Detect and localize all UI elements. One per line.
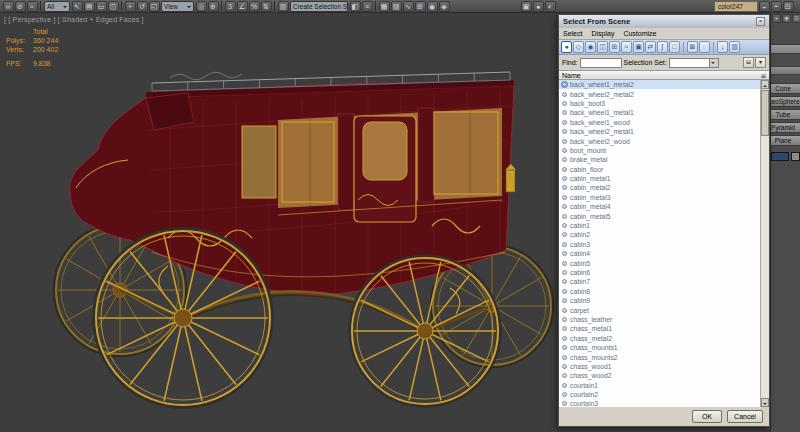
percent-snap-toggle-icon[interactable]: % <box>249 1 260 12</box>
column-chooser-icon[interactable]: ▥ <box>729 41 740 53</box>
hierarchy-tab-icon[interactable]: ⊙ <box>792 14 800 23</box>
list-scrollbar[interactable] <box>760 80 769 407</box>
scroll-up-icon[interactable] <box>761 80 769 89</box>
schematic-view-icon[interactable]: ⊞ <box>415 1 426 12</box>
render-iterative-icon[interactable]: ◐ <box>545 1 556 12</box>
render-production-icon[interactable]: ● <box>533 1 544 12</box>
edit-named-selection-sets-icon[interactable]: ▥ <box>278 1 289 12</box>
list-item[interactable]: cabin_metal1 <box>559 174 760 183</box>
sort-order-icon[interactable]: ↓ <box>717 41 728 53</box>
graphite-modeling-ribbon-icon[interactable]: ▨ <box>391 1 402 12</box>
layer-manager-icon[interactable]: ▦ <box>379 1 390 12</box>
selection-set-dropdown[interactable] <box>669 58 719 68</box>
object-type-cone-button[interactable]: Cone <box>770 83 800 94</box>
scroll-thumb[interactable] <box>761 90 769 136</box>
display-helpers-icon[interactable]: ⊞ <box>609 41 620 53</box>
menu-display[interactable]: Display <box>591 30 614 37</box>
rectangular-selection-region-icon[interactable]: ▭ <box>96 1 107 12</box>
list-item[interactable]: chass_wood2 <box>559 371 760 380</box>
dialog-titlebar[interactable]: Select From Scene × <box>559 15 769 28</box>
list-item[interactable]: chass_metal1 <box>559 324 760 333</box>
list-item[interactable]: cabin8 <box>559 287 760 296</box>
list-item[interactable]: cabin3 <box>559 240 760 249</box>
window-crossing-toggle-icon[interactable]: ◫ <box>108 1 119 12</box>
viewport-layout-icon[interactable]: ⊟ <box>783 1 794 12</box>
bind-to-space-warp-icon[interactable]: ≈ <box>27 1 38 12</box>
chevron-down-icon[interactable] <box>709 59 718 67</box>
ok-button[interactable]: OK <box>692 410 722 423</box>
object-type-tube-button[interactable]: Tube <box>770 109 800 120</box>
menu-customize[interactable]: Customize <box>623 30 656 37</box>
list-item[interactable]: cabin4 <box>559 249 760 258</box>
display-lights-icon[interactable]: ◉ <box>585 41 596 53</box>
list-item[interactable]: brake_metal <box>559 155 760 164</box>
display-cameras-icon[interactable]: ◫ <box>597 41 608 53</box>
list-item[interactable]: cabin_floor <box>559 165 760 174</box>
select-and-manipulate-icon[interactable]: ⊕ <box>208 1 219 12</box>
reference-coordinate-system-dropdown[interactable]: View <box>161 1 194 12</box>
list-item[interactable]: cabin1 <box>559 221 760 230</box>
close-icon[interactable]: × <box>756 17 765 26</box>
angle-snap-toggle-icon[interactable]: ∠ <box>237 1 248 12</box>
object-type-geosphere-button[interactable]: GeoSphere <box>770 96 800 107</box>
list-item[interactable]: chass_metal2 <box>559 334 760 343</box>
stagecoach-model[interactable] <box>20 30 580 430</box>
list-item[interactable]: back_boot3 <box>559 99 760 108</box>
list-item[interactable]: cabin_metal4 <box>559 202 760 211</box>
object-name-field[interactable] <box>771 152 789 161</box>
display-containers-icon[interactable]: □ <box>669 41 680 53</box>
list-item[interactable]: cabin_metal3 <box>559 193 760 202</box>
list-item[interactable]: back_wheel1_metal1 <box>559 108 760 117</box>
display-geometry-icon[interactable]: ● <box>561 41 572 53</box>
list-item[interactable]: back_wheel1_wood <box>559 118 760 127</box>
selection-set-menu-icon[interactable]: ▾ <box>755 57 766 68</box>
display-hidden-objects-icon[interactable]: ◌ <box>699 41 710 53</box>
list-item[interactable]: chass_leather <box>559 315 760 324</box>
unlink-selection-icon[interactable]: ⊘ <box>15 1 26 12</box>
select-by-name-icon[interactable]: ▤ <box>84 1 95 12</box>
select-object-icon[interactable]: ↖ <box>72 1 83 12</box>
list-column-header[interactable]: Name ⊞ <box>559 70 769 80</box>
edit-selection-sets-icon[interactable]: ⊟ <box>743 57 754 68</box>
select-and-scale-icon[interactable]: ◱ <box>149 1 160 12</box>
list-item[interactable]: cabin_metal2 <box>559 183 760 192</box>
list-item[interactable]: cabin9 <box>559 296 760 305</box>
align-icon[interactable]: ≡ <box>362 1 373 12</box>
list-item[interactable]: cabin6 <box>559 268 760 277</box>
curve-editor-icon[interactable]: ∿ <box>403 1 414 12</box>
list-item[interactable]: back_wheel2_metal1 <box>559 127 760 136</box>
display-shapes-icon[interactable]: ◇ <box>573 41 584 53</box>
material-editor-icon[interactable]: ◉ <box>427 1 438 12</box>
list-item[interactable]: cabin2 <box>559 230 760 239</box>
list-item[interactable]: cabin7 <box>559 277 760 286</box>
list-item[interactable]: boot_mount <box>559 146 760 155</box>
select-and-move-icon[interactable]: + <box>125 1 136 12</box>
list-item[interactable]: cabin_metal5 <box>559 211 760 220</box>
display-space-warps-icon[interactable]: ≈ <box>621 41 632 53</box>
select-and-rotate-icon[interactable]: ↺ <box>137 1 148 12</box>
object-type-plane-button[interactable]: Plane <box>770 135 800 146</box>
object-type-rollout-header[interactable] <box>770 66 800 75</box>
list-item[interactable]: cabin5 <box>559 258 760 267</box>
find-input[interactable] <box>580 58 622 68</box>
mirror-icon[interactable]: ◧ <box>350 1 361 12</box>
selection-filter-dropdown[interactable]: All <box>44 1 70 12</box>
list-item[interactable]: chass_wood1 <box>559 362 760 371</box>
viewport-label[interactable]: [ [ Perspective ] [ Shaded + Edged Faces… <box>4 16 144 23</box>
list-item[interactable]: chass_mounts2 <box>559 352 760 361</box>
modify-tab-icon[interactable]: ◈ <box>782 14 791 23</box>
cancel-button[interactable]: Cancel <box>727 410 763 423</box>
list-item[interactable]: carpet <box>559 305 760 314</box>
list-item[interactable]: courtain1 <box>559 381 760 390</box>
list-item[interactable]: back_wheel2_wood <box>559 136 760 145</box>
object-category-dropdown[interactable] <box>770 44 800 54</box>
render-preset-icon[interactable]: ◒ <box>759 1 770 12</box>
name-column-header[interactable]: Name <box>562 72 581 79</box>
select-and-link-icon[interactable]: ∞ <box>3 1 14 12</box>
wirecolor-swatch[interactable]: color247 <box>714 1 758 12</box>
render-last-icon[interactable]: ◓ <box>771 1 782 12</box>
spinner-snap-toggle-icon[interactable]: ⇅ <box>261 1 272 12</box>
list-item[interactable]: chass_mounts1 <box>559 343 760 352</box>
use-pivot-point-center-icon[interactable]: ◎ <box>196 1 207 12</box>
create-tab-icon[interactable]: + <box>772 14 781 23</box>
